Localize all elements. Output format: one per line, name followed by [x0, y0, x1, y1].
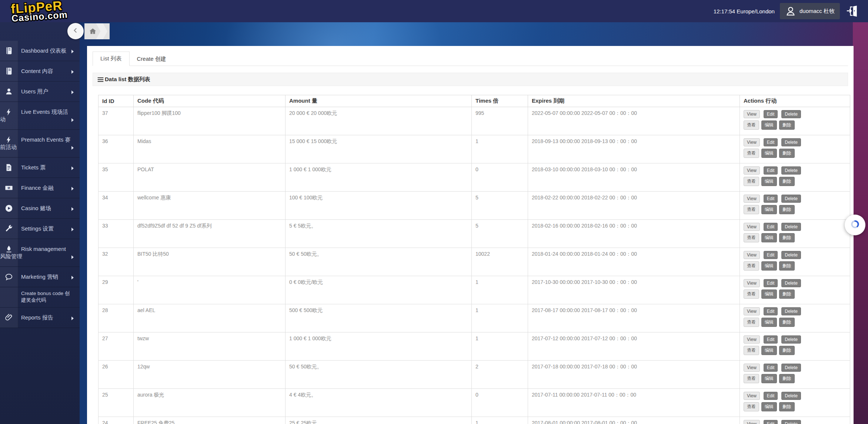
- edit-button-zh[interactable]: 编辑: [761, 374, 777, 383]
- sidebar-item-dashboard[interactable]: Dashboard 仪表板: [0, 41, 80, 61]
- sidebar-collapse-button[interactable]: [67, 23, 84, 39]
- logo[interactable]: fLipPeR Casino.com: [10, 0, 68, 23]
- delete-button[interactable]: Delete: [781, 364, 801, 372]
- view-button-zh[interactable]: 查看: [744, 374, 759, 383]
- edit-button[interactable]: Edit: [764, 392, 778, 400]
- edit-button[interactable]: Edit: [764, 223, 778, 231]
- view-button[interactable]: View: [744, 195, 760, 203]
- user-icon: [5, 87, 13, 96]
- view-button-zh[interactable]: 查看: [744, 205, 759, 214]
- edit-button-zh[interactable]: 编辑: [761, 120, 777, 130]
- delete-button-zh[interactable]: 删除: [779, 318, 795, 327]
- delete-button-zh[interactable]: 删除: [779, 346, 795, 355]
- view-button[interactable]: View: [744, 138, 760, 146]
- edit-button[interactable]: Edit: [764, 110, 778, 118]
- edit-button-zh[interactable]: 编辑: [761, 402, 777, 411]
- view-button[interactable]: View: [744, 279, 760, 287]
- edit-button-zh[interactable]: 编辑: [761, 318, 777, 327]
- edit-button[interactable]: Edit: [764, 420, 778, 424]
- delete-button[interactable]: Delete: [781, 166, 801, 175]
- edit-button[interactable]: Edit: [764, 195, 778, 203]
- edit-button-zh[interactable]: 编辑: [761, 261, 777, 271]
- delete-button[interactable]: Delete: [781, 110, 801, 118]
- sidebar-item-casino[interactable]: Casino 赌场: [0, 198, 80, 219]
- delete-button[interactable]: Delete: [781, 392, 801, 400]
- view-button-zh[interactable]: 查看: [744, 233, 759, 242]
- delete-button[interactable]: Delete: [781, 420, 801, 424]
- edit-button[interactable]: Edit: [764, 307, 778, 315]
- cell-times: 1: [472, 135, 528, 163]
- view-button-zh[interactable]: 查看: [744, 289, 759, 299]
- breadcrumb-home[interactable]: [84, 23, 110, 39]
- edit-button[interactable]: Edit: [764, 279, 778, 287]
- tab-create[interactable]: Create 创建: [130, 52, 174, 66]
- view-button[interactable]: View: [744, 307, 760, 315]
- sidebar-item-finance[interactable]: $ Finance 金融: [0, 178, 80, 198]
- cell-code: flipper100 脚蹼100: [134, 107, 286, 135]
- sidebar-item-prematch[interactable]: Prematch Events 赛前活动: [0, 130, 80, 158]
- edit-button[interactable]: Edit: [764, 138, 778, 146]
- edit-button-zh[interactable]: 编辑: [761, 205, 777, 214]
- view-button[interactable]: View: [744, 364, 760, 372]
- delete-button[interactable]: Delete: [781, 279, 801, 287]
- view-button[interactable]: View: [744, 251, 760, 259]
- view-button-zh[interactable]: 查看: [744, 120, 759, 130]
- edit-button-zh[interactable]: 编辑: [761, 346, 777, 355]
- edit-button-zh[interactable]: 编辑: [761, 233, 777, 242]
- cell-id: 35: [99, 163, 134, 192]
- edit-button-zh[interactable]: 编辑: [761, 289, 777, 299]
- view-button[interactable]: View: [744, 166, 760, 175]
- logout-icon[interactable]: [846, 4, 858, 18]
- edit-button[interactable]: Edit: [764, 335, 778, 344]
- view-button-zh[interactable]: 查看: [744, 346, 759, 355]
- view-button[interactable]: View: [744, 110, 760, 118]
- delete-button-zh[interactable]: 删除: [779, 233, 795, 242]
- delete-button-zh[interactable]: 删除: [779, 289, 795, 299]
- delete-button-zh[interactable]: 删除: [779, 120, 795, 130]
- view-button-zh[interactable]: 查看: [744, 177, 759, 186]
- edit-button-zh[interactable]: 编辑: [761, 177, 777, 186]
- view-button[interactable]: View: [744, 420, 760, 424]
- delete-button[interactable]: Delete: [781, 335, 801, 344]
- cell-code: Midas: [134, 135, 286, 163]
- delete-button[interactable]: Delete: [781, 223, 801, 231]
- delete-button-zh[interactable]: 删除: [779, 149, 795, 158]
- loading-spinner[interactable]: [845, 215, 865, 235]
- delete-button[interactable]: Delete: [781, 138, 801, 146]
- delete-button-zh[interactable]: 删除: [779, 205, 795, 214]
- edit-button[interactable]: Edit: [764, 364, 778, 372]
- view-button[interactable]: View: [744, 392, 760, 400]
- view-button-zh[interactable]: 查看: [744, 261, 759, 271]
- delete-button[interactable]: Delete: [781, 307, 801, 315]
- delete-button-zh[interactable]: 删除: [779, 402, 795, 411]
- delete-button[interactable]: Delete: [781, 251, 801, 259]
- delete-button-zh[interactable]: 删除: [779, 177, 795, 186]
- spinner-icon: [850, 219, 860, 231]
- edit-button[interactable]: Edit: [764, 251, 778, 259]
- view-button-zh[interactable]: 查看: [744, 149, 759, 158]
- sidebar-item-users[interactable]: Users 用户: [0, 82, 80, 102]
- delete-button[interactable]: Delete: [781, 195, 801, 203]
- view-button[interactable]: View: [744, 223, 760, 231]
- sidebar-item-tickets[interactable]: Tickets 票: [0, 158, 80, 178]
- sidebar-item-content[interactable]: Content 内容: [0, 61, 80, 82]
- edit-button[interactable]: Edit: [764, 166, 778, 175]
- cell-actions: View Edit Delete 查看 编辑 删除: [740, 248, 850, 276]
- view-button-zh[interactable]: 查看: [744, 318, 759, 327]
- sidebar-item-marketing[interactable]: Marketing 营销: [0, 267, 80, 287]
- view-button-zh[interactable]: 查看: [744, 402, 759, 411]
- tab-list[interactable]: List 列表: [93, 52, 130, 66]
- delete-button-zh[interactable]: 删除: [779, 261, 795, 271]
- delete-button-zh[interactable]: 删除: [779, 374, 795, 383]
- sidebar-subitem-create-bonus-code[interactable]: Create bonus code 创建奖金代码: [0, 287, 80, 308]
- sidebar-item-live[interactable]: Live Events 现场活动: [0, 102, 80, 130]
- sidebar-item-risk[interactable]: Risk management 风险管理: [0, 239, 80, 267]
- avatar-icon: [785, 6, 796, 17]
- chevron-right-icon: [71, 255, 74, 259]
- sidebar-item-settings[interactable]: Settings 设置: [0, 219, 80, 239]
- user-menu[interactable]: duomacc 杜牧: [780, 3, 840, 19]
- cell-amount: 15 000 € 15 000欧元: [286, 135, 472, 163]
- edit-button-zh[interactable]: 编辑: [761, 149, 777, 158]
- view-button[interactable]: View: [744, 335, 760, 344]
- sidebar-item-reports[interactable]: Reports 报告: [0, 308, 80, 328]
